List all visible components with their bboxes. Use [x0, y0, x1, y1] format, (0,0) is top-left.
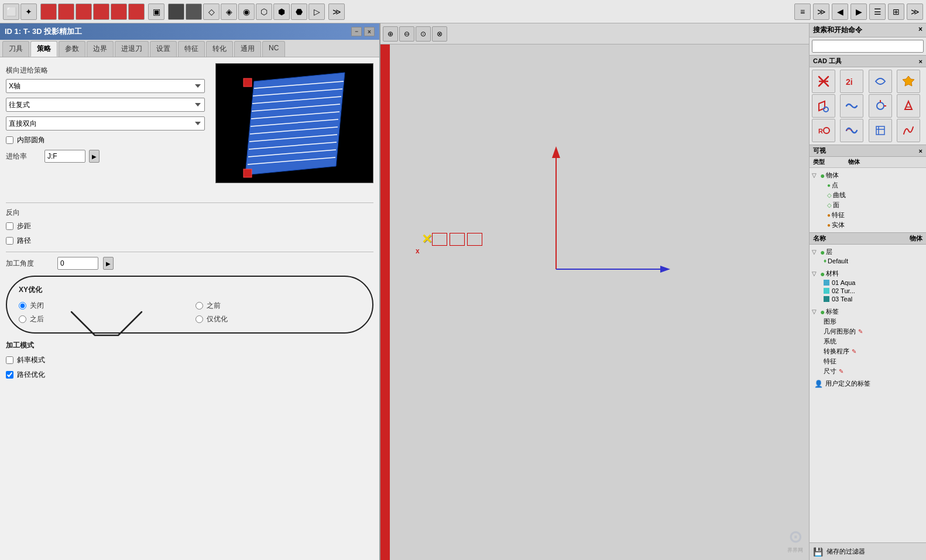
- sel-box-1: [432, 233, 447, 246]
- feed-rate-input[interactable]: [44, 150, 85, 163]
- tree-tag-trans[interactable]: 转换程序 ✎: [812, 346, 924, 356]
- tree-layer[interactable]: ▽ ● 层: [812, 247, 924, 257]
- path-reverse-checkbox[interactable]: [6, 237, 13, 245]
- search-close-icon[interactable]: ×: [918, 25, 922, 35]
- toolbar-dark-1[interactable]: [168, 4, 184, 20]
- slope-mode-checkbox[interactable]: [6, 356, 13, 364]
- toolbar-right-6[interactable]: ⊞: [888, 4, 904, 20]
- tree-tag-shape[interactable]: 图形: [812, 317, 924, 327]
- angle-arrow-btn[interactable]: ▶: [103, 257, 114, 270]
- toolbar-red-2[interactable]: [58, 4, 74, 20]
- toolbar-btn-2[interactable]: ✦: [20, 4, 37, 20]
- search-input[interactable]: [812, 40, 924, 53]
- xy-only-radio[interactable]: [196, 315, 203, 323]
- toolbar-red-3[interactable]: [76, 4, 92, 20]
- tree-node-main[interactable]: ▽ ● 物体: [812, 170, 924, 180]
- tab-boundary[interactable]: 边界: [87, 41, 114, 57]
- close-button[interactable]: ×: [364, 27, 375, 36]
- cad-tool-12[interactable]: [897, 119, 920, 142]
- direction-select[interactable]: 直接双向 单向: [6, 116, 205, 130]
- tab-tool[interactable]: 刀具: [2, 41, 29, 57]
- tree-material[interactable]: ▽ ● 材料: [812, 269, 924, 279]
- path-optimize-checkbox[interactable]: [6, 371, 13, 379]
- toolbar-right-4[interactable]: ▶: [850, 4, 867, 20]
- tree-node-curve[interactable]: ◇ 曲线: [812, 190, 924, 200]
- toolbar-red-5[interactable]: [111, 4, 127, 20]
- tree-tag-feat[interactable]: 特征: [812, 356, 924, 366]
- cad-tool-7[interactable]: [869, 94, 892, 118]
- toolbar-3d-6[interactable]: ⬣: [291, 4, 307, 20]
- tab-params[interactable]: 参数: [59, 41, 85, 57]
- tab-approach[interactable]: 进退刀: [115, 41, 149, 57]
- canvas-tb-1[interactable]: ⊕: [383, 26, 398, 42]
- tree-user-tags[interactable]: 👤 用户定义的标签: [812, 379, 924, 389]
- toolbar-btn-1[interactable]: ⬜: [3, 4, 19, 20]
- inner-round-checkbox[interactable]: [6, 136, 13, 144]
- tab-general[interactable]: 通用: [234, 41, 261, 57]
- tab-strategy[interactable]: 策略: [30, 41, 57, 57]
- tab-transform[interactable]: 转化: [206, 41, 233, 57]
- cad-tool-11[interactable]: [869, 119, 892, 142]
- tree-node-solid[interactable]: ● 实体: [812, 220, 924, 230]
- canvas-area[interactable]: ⊕ ⊖ ⊙ ⊗ ✕ x ⊙ 界界网: [380, 23, 809, 560]
- feed-rate-arrow-btn[interactable]: ▶: [89, 150, 100, 163]
- toolbar-btn-3[interactable]: ▣: [148, 4, 164, 20]
- toolbar-right-2[interactable]: ≫: [813, 4, 829, 20]
- cad-tools-close[interactable]: ×: [919, 58, 922, 65]
- toolbar-3d-5[interactable]: ⬢: [273, 4, 290, 20]
- step-distance-checkbox[interactable]: [6, 222, 13, 230]
- toolbar-red-4[interactable]: [93, 4, 109, 20]
- cad-tool-3[interactable]: [869, 70, 892, 93]
- canvas-tb-2[interactable]: ⊖: [399, 26, 414, 42]
- tree-node-point[interactable]: ● 点: [812, 180, 924, 190]
- cad-tool-10[interactable]: [840, 119, 863, 142]
- toolbar-red-6[interactable]: [128, 4, 145, 20]
- cad-tool-2[interactable]: 2i: [840, 70, 863, 93]
- mode-select[interactable]: 往复式 单向: [6, 98, 205, 112]
- tree-expand-layer[interactable]: ▽: [812, 249, 820, 255]
- axis-select[interactable]: X轴 Y轴: [6, 79, 205, 93]
- canvas-tb-3[interactable]: ⊙: [416, 26, 431, 42]
- cad-tool-6[interactable]: [840, 94, 863, 118]
- tab-settings[interactable]: 设置: [150, 41, 177, 57]
- cad-tool-9[interactable]: R: [812, 119, 835, 142]
- cad-tool-8[interactable]: [897, 94, 920, 118]
- tree-node-feature[interactable]: ● 特征: [812, 210, 924, 220]
- toolbar-3d-3[interactable]: ◉: [238, 4, 255, 20]
- toolbar-3d-2[interactable]: ◈: [221, 4, 237, 20]
- toolbar-red-1[interactable]: [40, 4, 57, 20]
- minimize-button[interactable]: －: [351, 27, 362, 36]
- toolbar-3d-4[interactable]: ⬡: [256, 4, 272, 20]
- toolbar-dark-2[interactable]: [186, 4, 202, 20]
- cad-tool-5[interactable]: [812, 94, 835, 118]
- toolbar-right-7[interactable]: ≫: [907, 4, 923, 20]
- canvas-tb-4[interactable]: ⊗: [432, 26, 447, 42]
- tree-expand-main[interactable]: ▽: [812, 172, 820, 178]
- toolbar-more-1[interactable]: ≫: [328, 4, 345, 20]
- tree-tag-geo[interactable]: 几何图形的 ✎: [812, 327, 924, 336]
- toolbar-right-5[interactable]: ☰: [869, 4, 886, 20]
- tree-tags[interactable]: ▽ ● 标签: [812, 307, 924, 317]
- toolbar-right-1[interactable]: ≡: [794, 4, 811, 20]
- tree-expand-material[interactable]: ▽: [812, 270, 820, 277]
- tab-nc[interactable]: NC: [262, 41, 285, 57]
- tree-node-default[interactable]: ♦ Default: [812, 257, 924, 265]
- toolbar-3d-1[interactable]: ◇: [203, 4, 220, 20]
- xy-off-radio[interactable]: [19, 302, 26, 310]
- tab-feature[interactable]: 特征: [178, 41, 205, 57]
- angle-input[interactable]: [57, 257, 98, 270]
- tree-mat-1[interactable]: 01 Aqua: [812, 279, 924, 287]
- toolbar-3d-7[interactable]: ▷: [308, 4, 325, 20]
- tree-tag-sys[interactable]: 系统: [812, 336, 924, 346]
- tree-node-face[interactable]: ◇ 面: [812, 200, 924, 210]
- visible-close[interactable]: ×: [919, 147, 922, 154]
- tree-tag-dim[interactable]: 尺寸 ✎: [812, 366, 924, 376]
- cad-tool-1[interactable]: [812, 70, 835, 93]
- tree-mat-2[interactable]: 02 Tur...: [812, 287, 924, 295]
- xy-before-radio[interactable]: [196, 302, 203, 310]
- tree-expand-tags[interactable]: ▽: [812, 308, 820, 315]
- tree-mat-3[interactable]: 03 Teal: [812, 295, 924, 303]
- toolbar-right-3[interactable]: ◀: [832, 4, 848, 20]
- xy-after-radio[interactable]: [19, 315, 26, 323]
- cad-tool-4[interactable]: [897, 70, 920, 93]
